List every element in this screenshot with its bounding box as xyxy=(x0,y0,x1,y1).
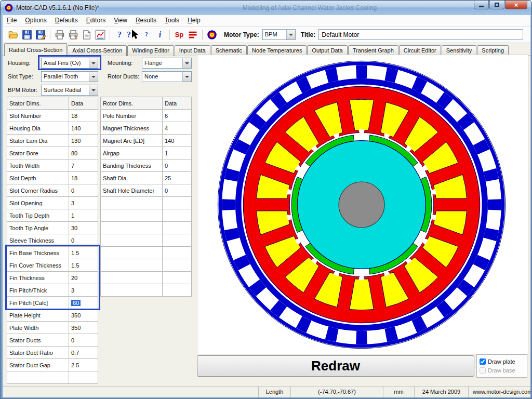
param-name-cell[interactable]: Fin Pitch [Calc] xyxy=(7,297,69,309)
param-value-cell[interactable]: 25 xyxy=(163,172,192,184)
param-name-cell[interactable]: Stator Duct Gap xyxy=(7,359,69,371)
param-name-cell[interactable]: Airgap xyxy=(101,147,163,159)
param-name-cell[interactable]: Fin Cover Thickness xyxy=(7,259,69,272)
param-value-cell[interactable]: 140 xyxy=(69,122,98,135)
empty-cell[interactable] xyxy=(101,272,163,284)
title-bar[interactable]: Motor-CAD v5.1.6.1 (No File)* Modelling … xyxy=(1,1,531,15)
menu-defaults[interactable]: Defaults xyxy=(51,15,82,25)
param-value-cell[interactable]: 18 xyxy=(69,110,98,122)
param-name-cell[interactable]: Tooth Tip Depth xyxy=(7,209,69,222)
param-name-cell[interactable]: Magnet Thickness xyxy=(101,122,163,135)
redraw-button[interactable]: Redraw xyxy=(197,355,474,377)
mounting-select[interactable]: Flange xyxy=(142,58,192,69)
housing-select[interactable]: Axial Fins (Cv) xyxy=(41,58,98,69)
menu-options[interactable]: Options xyxy=(21,15,50,25)
menu-tools[interactable]: Tools xyxy=(161,15,183,25)
param-name-cell[interactable]: Stator Duct Ratio xyxy=(7,347,69,359)
param-value-cell[interactable]: 0.7 xyxy=(69,347,98,359)
empty-cell[interactable] xyxy=(101,197,163,209)
maximize-button[interactable] xyxy=(489,1,504,9)
dropdown-arrow-icon[interactable] xyxy=(182,72,191,82)
param-name-cell[interactable]: Slot Depth xyxy=(7,172,69,184)
print-button[interactable] xyxy=(53,28,66,42)
param-value-cell[interactable]: 1.5 xyxy=(69,247,98,259)
param-value-cell[interactable]: 0 xyxy=(163,184,192,197)
empty-cell[interactable] xyxy=(101,247,163,259)
param-value-cell[interactable]: 350 xyxy=(69,309,98,322)
empty-cell[interactable] xyxy=(101,222,163,234)
menu-view[interactable]: View xyxy=(110,15,131,25)
param-name-cell[interactable]: Slot Opening xyxy=(7,197,69,209)
tab-radial-cross-section[interactable]: Radial Cross-Section xyxy=(4,43,67,56)
param-name-cell[interactable]: Stator Lam Dia xyxy=(7,135,69,147)
selected-cell-value[interactable]: 60 xyxy=(71,300,81,306)
context-help-button[interactable]: ? xyxy=(126,28,140,42)
tab-winding-editor[interactable]: Winding Editor xyxy=(127,45,174,56)
param-name-cell[interactable]: Plate Width xyxy=(7,322,69,334)
param-value-cell[interactable]: 7 xyxy=(69,159,98,172)
param-name-cell[interactable]: Slot Number xyxy=(7,110,69,122)
slot-type-select[interactable]: Parallel Tooth xyxy=(41,71,98,82)
param-name-cell[interactable]: Fin Thickness xyxy=(7,272,69,284)
param-name-cell[interactable]: Tooth Tip Angle xyxy=(7,222,69,234)
empty-cell[interactable] xyxy=(101,234,163,247)
empty-cell[interactable] xyxy=(101,284,163,297)
param-name-cell[interactable]: Housing Dia xyxy=(7,122,69,135)
print-setup-button[interactable] xyxy=(66,28,80,42)
param-value-cell[interactable]: 130 xyxy=(69,135,98,147)
empty-cell[interactable] xyxy=(163,222,192,234)
editor-button[interactable] xyxy=(186,28,200,42)
dropdown-arrow-icon[interactable] xyxy=(89,72,98,82)
dropdown-arrow-icon[interactable] xyxy=(89,58,98,68)
rotor-ducts-select[interactable]: None xyxy=(142,71,192,82)
dropdown-arrow-icon[interactable] xyxy=(182,58,191,68)
param-value-cell[interactable]: 3 xyxy=(69,197,98,209)
param-value-cell[interactable]: 0 xyxy=(69,334,98,347)
param-name-cell[interactable]: Stator Bore xyxy=(7,147,69,159)
param-value-cell[interactable]: 350 xyxy=(69,322,98,334)
param-value-cell[interactable]: 20 xyxy=(69,272,98,284)
param-value-cell[interactable]: 0 xyxy=(163,159,192,172)
param-value-cell[interactable]: 4 xyxy=(163,122,192,135)
param-name-cell[interactable]: Stator Ducts xyxy=(7,334,69,347)
param-name-cell[interactable]: Pole Number xyxy=(101,110,163,122)
param-value-cell[interactable]: 1 xyxy=(69,209,98,222)
minimize-button[interactable] xyxy=(474,1,489,9)
param-name-cell[interactable]: Slot Corner Radius xyxy=(7,184,69,197)
param-name-cell[interactable]: Shaft Hole Diameter xyxy=(101,184,163,197)
info-button[interactable]: i xyxy=(153,28,167,42)
open-file-button[interactable] xyxy=(7,28,20,42)
param-name-cell[interactable]: Fin Pitch/Thick xyxy=(7,284,69,297)
help-topics-button[interactable]: ? xyxy=(140,28,153,42)
bpm-rotor-select[interactable]: Surface Radial xyxy=(41,85,98,96)
param-value-cell[interactable]: 1.5 xyxy=(69,259,98,272)
param-value-cell[interactable]: 0 xyxy=(69,184,98,197)
checkbox-draw-plate[interactable]: Draw plate xyxy=(480,357,524,366)
menu-results[interactable]: Results xyxy=(131,15,161,25)
save-button[interactable] xyxy=(20,28,34,42)
param-value-cell[interactable]: 140 xyxy=(163,135,192,147)
param-value-cell[interactable]: 2.5 xyxy=(69,359,98,371)
motor-type-select[interactable]: BPM xyxy=(262,29,296,40)
param-value-cell[interactable]: 80 xyxy=(69,147,98,159)
graph-button[interactable] xyxy=(94,28,107,42)
sp-button[interactable]: Sp xyxy=(172,28,186,42)
param-value-cell[interactable]: 18 xyxy=(69,172,98,184)
param-name-cell[interactable]: Shaft Dia xyxy=(101,172,163,184)
save-as-button[interactable] xyxy=(34,28,47,42)
param-name-cell[interactable]: Tooth Width xyxy=(7,159,69,172)
empty-cell[interactable] xyxy=(163,284,192,297)
empty-cell[interactable] xyxy=(101,259,163,272)
empty-cell[interactable] xyxy=(101,209,163,222)
empty-cell[interactable] xyxy=(163,272,192,284)
empty-cell[interactable] xyxy=(7,371,69,384)
param-name-cell[interactable]: Magnet Arc [ED] xyxy=(101,135,163,147)
param-value-cell[interactable]: 6 xyxy=(163,110,192,122)
dropdown-arrow-icon[interactable] xyxy=(286,30,295,39)
param-name-cell[interactable]: Fin Base Thickness xyxy=(7,247,69,259)
motor-button[interactable] xyxy=(205,28,219,42)
empty-cell[interactable] xyxy=(69,371,98,384)
motor-title-input[interactable] xyxy=(318,29,523,40)
param-value-cell[interactable]: 30 xyxy=(69,222,98,234)
empty-cell[interactable] xyxy=(163,234,192,247)
